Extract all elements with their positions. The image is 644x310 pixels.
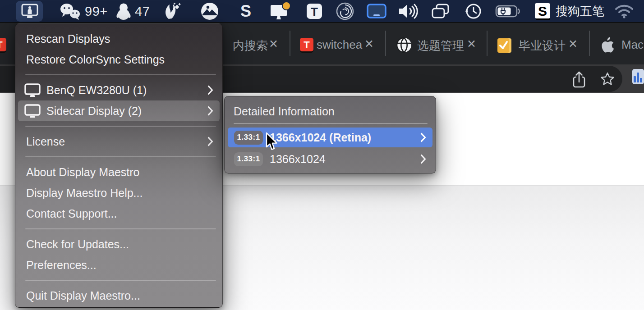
- chevron-right-icon: [420, 132, 426, 142]
- resolution-submenu: Detailed Information 1.33:1 1366x1024 (R…: [224, 96, 436, 173]
- tab-separator: [589, 31, 590, 56]
- wechat-badge-count: 99+: [85, 4, 108, 19]
- chevron-right-icon: [420, 154, 426, 164]
- tab-separator: [385, 31, 386, 56]
- menu-item-help[interactable]: Display Maestro Help...: [15, 182, 222, 203]
- t-app-status-item[interactable]: T: [306, 0, 323, 23]
- sogou-ime-status-item[interactable]: S 搜狗五笔: [534, 0, 604, 23]
- menu-item-label: BenQ EW3280U (1): [46, 84, 147, 97]
- mirroring-status-item[interactable]: [431, 0, 451, 23]
- battery-status-item[interactable]: [495, 0, 522, 23]
- photos-status-item[interactable]: [200, 0, 220, 23]
- aspect-ratio-badge: 1.33:1: [234, 131, 263, 145]
- menu-item-restore-colorsync[interactable]: Restore ColorSync Settings: [15, 49, 222, 70]
- timemachine-status-item[interactable]: [464, 0, 483, 23]
- resolution-label: 1366x1024 (Retina): [270, 131, 371, 144]
- sidecar-status-item[interactable]: [366, 0, 387, 23]
- menu-item-label: License: [26, 135, 65, 148]
- tab-separator: [290, 31, 290, 56]
- menu-item-display-sidecar[interactable]: Sidecar Display (2): [18, 100, 220, 121]
- display-alert-status-item[interactable]: [269, 0, 292, 23]
- screen-mirroring-icon: [431, 2, 451, 20]
- menu-item-license[interactable]: License: [15, 131, 222, 152]
- chevron-right-icon: [207, 85, 213, 95]
- menu-item-rescan-displays[interactable]: Rescan Displays: [15, 28, 222, 49]
- menu-item-label: Check for Updates...: [26, 238, 129, 251]
- tab-close-button[interactable]: ✕: [467, 37, 476, 50]
- chevron-right-icon: [207, 137, 213, 146]
- s-app-status-item[interactable]: S: [238, 0, 254, 23]
- menu-item-check-updates[interactable]: Check for Updates...: [15, 234, 222, 255]
- tab-title[interactable]: 选题管理: [417, 38, 464, 54]
- resolution-label: 1366x1024: [270, 153, 326, 166]
- submenu-header: Detailed Information: [225, 102, 436, 120]
- menu-item-contact-support[interactable]: Contact Support...: [15, 203, 222, 224]
- tab-favicon-apple: [601, 36, 614, 54]
- assistant-status-item[interactable]: [162, 0, 183, 23]
- display-icon: [24, 83, 41, 97]
- battery-charging-icon: [495, 3, 522, 19]
- menu-separator: [15, 275, 222, 285]
- menu-separator: [234, 123, 428, 124]
- menu-item-preferences[interactable]: Preferences...: [15, 255, 222, 275]
- t-square-icon: T: [306, 3, 323, 20]
- volume-icon: [397, 3, 419, 20]
- s-glyph-icon: S: [238, 2, 254, 21]
- menu-item-about[interactable]: About Display Maestro: [15, 162, 222, 182]
- menu-separator: [15, 121, 222, 131]
- sidecar-ipad-icon: [366, 3, 387, 19]
- display-maestro-menu: Rescan Displays Restore ColorSync Settin…: [15, 23, 223, 308]
- menu-item-label: Contact Support...: [26, 207, 117, 220]
- extension-icon[interactable]: [632, 69, 644, 84]
- menu-item-label: Preferences...: [26, 259, 97, 272]
- menu-item-display-benq[interactable]: BenQ EW3280U (1): [15, 80, 222, 100]
- svg-text:T: T: [311, 5, 318, 18]
- qq-badge-count: 47: [135, 4, 150, 19]
- clipped-tab-favicon: T: [0, 38, 7, 53]
- menu-separator: [15, 152, 222, 162]
- tab-title[interactable]: switchea: [317, 38, 362, 52]
- qq-penguin-icon: [115, 2, 132, 20]
- clock-history-icon: [464, 2, 483, 21]
- share-icon[interactable]: [572, 71, 586, 89]
- menu-item-resolution-retina[interactable]: 1.33:1 1366x1024 (Retina): [228, 128, 432, 147]
- wechat-icon: [59, 2, 82, 20]
- wechat-status-item[interactable]: 99+: [59, 0, 108, 23]
- tab-close-button[interactable]: ✕: [364, 37, 374, 50]
- tab-favicon-t: T: [299, 37, 314, 53]
- menu-item-label: Restore ColorSync Settings: [26, 53, 165, 66]
- tab-title[interactable]: 内搜索: [233, 38, 268, 54]
- svg-text:S: S: [240, 2, 251, 20]
- menu-item-label: Display Maestro Help...: [26, 187, 143, 200]
- display-alert-icon: [269, 1, 292, 21]
- tab-favicon-globe: [396, 37, 412, 53]
- tab-title[interactable]: 毕业设计: [519, 38, 566, 54]
- display-person-icon: [21, 3, 39, 20]
- ime-name-label: 搜狗五笔: [556, 3, 604, 19]
- menu-separator: [15, 224, 222, 234]
- screen: 99+ 47: [0, 0, 644, 310]
- macos-menubar: 99+ 47: [0, 0, 644, 23]
- menu-item-label: Sidecar Display (2): [46, 105, 142, 118]
- qq-status-item[interactable]: 47: [115, 0, 150, 23]
- menu-item-quit[interactable]: Quit Display Maestro...: [15, 285, 222, 306]
- wifi-status-item[interactable]: [614, 0, 634, 23]
- svg-text:S: S: [538, 4, 547, 18]
- swirl-icon: [336, 2, 354, 21]
- volume-status-item[interactable]: [397, 0, 419, 23]
- photo-circle-icon: [200, 1, 220, 21]
- tab-close-button[interactable]: ✕: [269, 37, 278, 50]
- submenu-header-label: Detailed Information: [234, 105, 335, 118]
- menu-item-resolution-standard[interactable]: 1.33:1 1366x1024: [228, 149, 432, 169]
- tab-title[interactable]: MacB: [621, 38, 644, 52]
- sogou-icon: S: [534, 2, 551, 20]
- display-maestro-menubar-icon[interactable]: [21, 0, 39, 23]
- tab-favicon-checklist: [497, 37, 512, 54]
- tab-close-button[interactable]: ✕: [568, 37, 578, 50]
- svg-text:T: T: [304, 39, 310, 50]
- tab-separator: [487, 31, 488, 56]
- bookmark-star-icon[interactable]: [600, 72, 615, 87]
- menu-item-label: Rescan Displays: [26, 32, 110, 46]
- mouse-cursor: [265, 132, 278, 151]
- swirl-app-status-item[interactable]: [336, 0, 354, 23]
